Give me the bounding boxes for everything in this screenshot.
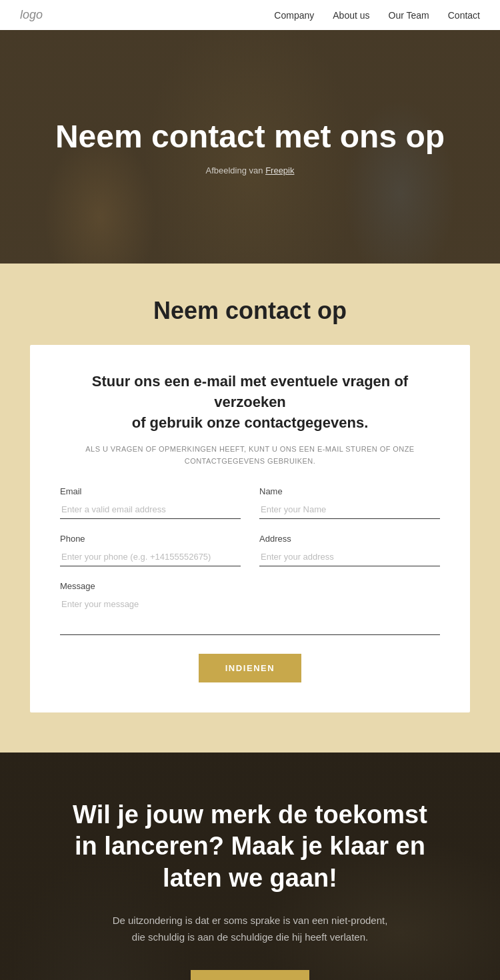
nav-link-contact[interactable]: Contact (448, 10, 480, 21)
nav-links: Company About us Our Team Contact (274, 9, 480, 21)
name-input[interactable] (259, 500, 440, 519)
nav-link-company[interactable]: Company (274, 10, 314, 21)
message-input[interactable] (60, 595, 440, 635)
navbar: logo Company About us Our Team Contact (0, 0, 500, 30)
name-label: Name (259, 486, 440, 496)
contact-section-title: Neem contact op (153, 297, 347, 325)
cta-section: Wil je jouw merk de toekomst in lanceren… (0, 753, 500, 980)
cta-button[interactable]: AAN DE SLAG (191, 970, 310, 980)
email-field-wrap: Email (60, 486, 241, 519)
address-field-wrap: Address (259, 534, 440, 566)
form-card: Stuur ons een e-mail met eventuele vrage… (30, 345, 470, 712)
form-card-title: Stuur ons een e-mail met eventuele vrage… (60, 372, 440, 433)
form-row-email-name: Email Name (60, 486, 440, 519)
address-input[interactable] (259, 548, 440, 566)
form-card-subtitle: ALS U VRAGEN OF OPMERKINGEN HEEFT, KUNT … (60, 444, 440, 467)
message-label: Message (60, 581, 440, 591)
address-label: Address (259, 534, 440, 544)
name-field-wrap: Name (259, 486, 440, 519)
email-input[interactable] (60, 500, 241, 519)
submit-button[interactable]: INDIENEN (199, 654, 302, 682)
nav-link-team[interactable]: Our Team (389, 10, 429, 21)
hero-caption-link[interactable]: Freepik (265, 165, 294, 175)
logo: logo (20, 8, 43, 22)
form-row-phone-address: Phone Address (60, 534, 440, 566)
hero-caption: Afbeelding van Freepik (206, 165, 295, 175)
phone-label: Phone (60, 534, 241, 544)
cta-description: De uitzondering is dat er soms sprake is… (110, 913, 390, 946)
nav-link-about[interactable]: About us (333, 10, 369, 21)
hero-title: Neem contact met ons op (55, 118, 445, 155)
cta-title: Wil je jouw merk de toekomst in lanceren… (63, 799, 437, 895)
contact-section: Neem contact op Stuur ons een e-mail met… (0, 264, 500, 753)
phone-input[interactable] (60, 548, 241, 566)
contact-form: Email Name Phone Address Me (60, 486, 440, 682)
hero-section: Neem contact met ons op Afbeelding van F… (0, 30, 500, 264)
phone-field-wrap: Phone (60, 534, 241, 566)
message-field-wrap: Message (60, 581, 440, 635)
email-label: Email (60, 486, 241, 496)
